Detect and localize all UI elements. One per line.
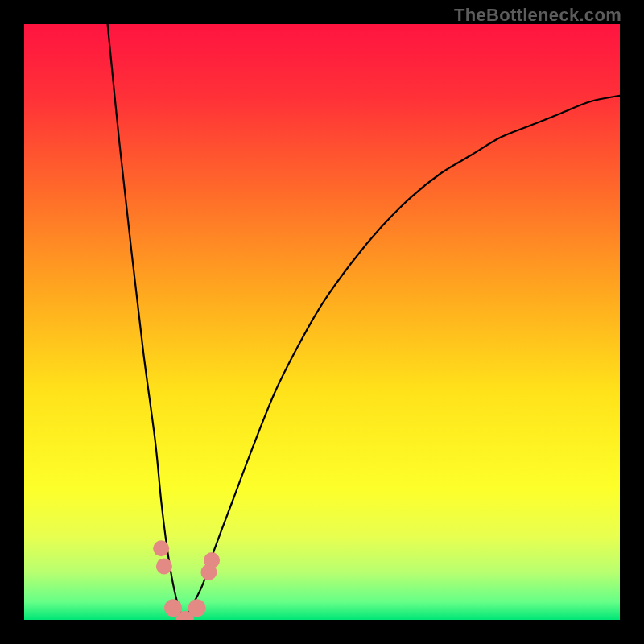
plot-area bbox=[24, 24, 620, 620]
chart-frame: TheBottleneck.com bbox=[0, 0, 644, 644]
knee-right bbox=[188, 599, 206, 617]
watermark-text: TheBottleneck.com bbox=[454, 5, 621, 26]
right-pink-blob-2 bbox=[204, 552, 220, 568]
left-pink-blob bbox=[153, 540, 169, 556]
left-pink-blob-2 bbox=[156, 558, 172, 574]
bottleneck-curve bbox=[24, 24, 620, 620]
